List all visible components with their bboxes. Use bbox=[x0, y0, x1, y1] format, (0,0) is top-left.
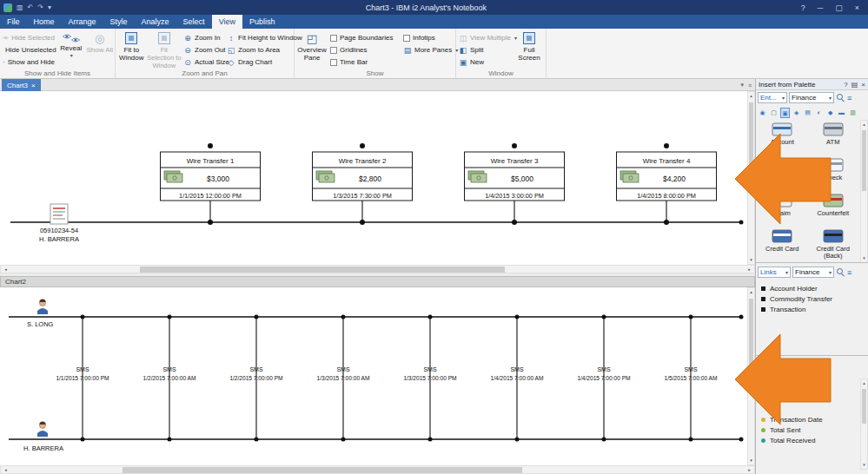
palette-item-credit-card-back[interactable]: Credit Card (Back) bbox=[808, 227, 859, 262]
attributes-list-icon[interactable]: ≡ bbox=[821, 365, 825, 373]
sms-link-6[interactable]: SMS1/4/2015 7:00:00 AM bbox=[491, 315, 544, 442]
link-type-transaction[interactable]: Transaction bbox=[761, 304, 865, 314]
palette-item-claim[interactable]: Claim bbox=[757, 191, 808, 227]
palette-item-atm[interactable]: ATM bbox=[808, 120, 859, 155]
full-screen-button[interactable]: Full Screen bbox=[514, 30, 544, 62]
link-type-commodity-transfer[interactable]: Commodity Transfer bbox=[761, 293, 865, 304]
tab-chart3[interactable]: Chart3 × bbox=[2, 79, 41, 91]
infotips-checkbox[interactable] bbox=[403, 35, 410, 42]
sms-link-7[interactable]: SMS1/4/2015 7:00:00 PM bbox=[577, 315, 630, 442]
palette-search-icon[interactable] bbox=[836, 93, 845, 102]
sms-link-1[interactable]: SMS1/1/2015 7:00:00 PM bbox=[56, 315, 109, 442]
palette-item-cash[interactable]: Cash bbox=[757, 155, 808, 191]
scroll-up-icon[interactable]: ▴ bbox=[748, 92, 754, 100]
palette-view-icon-6[interactable]: ◐ bbox=[814, 108, 824, 118]
page-boundaries-checkbox[interactable] bbox=[330, 35, 337, 42]
drag-chart-button[interactable]: ◇Drag Chart bbox=[227, 56, 291, 68]
scroll-down-icon[interactable]: ▾ bbox=[748, 256, 754, 264]
scroll-thumb[interactable] bbox=[749, 102, 753, 181]
menu-tab-arrange[interactable]: Arrange bbox=[62, 15, 103, 29]
palette-close-icon[interactable]: × bbox=[861, 81, 865, 89]
time-bar-toggle[interactable]: Time Bar bbox=[330, 56, 400, 68]
scroll-down-icon[interactable]: ▾ bbox=[861, 461, 867, 469]
tab-scroll-icon[interactable]: ▾ bbox=[740, 82, 744, 89]
link-type-account-holder[interactable]: Account Holder bbox=[761, 283, 865, 293]
scroll-thumb[interactable] bbox=[140, 267, 505, 273]
palette-view-icon-5[interactable]: ▤ bbox=[803, 108, 812, 118]
split-button[interactable]: ◧Split bbox=[459, 44, 513, 56]
palette-help-icon[interactable]: ? bbox=[844, 81, 847, 89]
redo-icon[interactable]: ↷ bbox=[37, 3, 43, 12]
actual-size-button[interactable]: ⊙Actual Size bbox=[183, 56, 223, 68]
chart3-canvas[interactable]: Wire Transfer 1$3,0001/1/2015 12:00:00 P… bbox=[0, 91, 747, 265]
menu-tab-view[interactable]: View bbox=[212, 15, 242, 29]
scroll-right-icon[interactable]: ▸ bbox=[745, 266, 753, 273]
palette-view-icon-2[interactable]: ▢ bbox=[769, 108, 779, 118]
new-window-button[interactable]: ▣New bbox=[459, 56, 513, 68]
palette-scrollbar[interactable]: ▴ ▾ bbox=[860, 120, 868, 263]
show-and-hide-button[interactable]: Show and Hide bbox=[3, 56, 55, 68]
links-type-dropdown[interactable]: Links▾ bbox=[758, 267, 791, 278]
chart2-horizontal-scrollbar[interactable]: ◂ ▸ bbox=[0, 465, 755, 474]
minimize-icon[interactable]: ─ bbox=[818, 3, 823, 12]
menu-tab-home[interactable]: Home bbox=[27, 15, 62, 29]
palette-item-check[interactable]: Check bbox=[808, 155, 859, 191]
scroll-thumb[interactable] bbox=[123, 467, 522, 473]
menu-tab-select[interactable]: Select bbox=[176, 15, 212, 29]
palette-view-icon-1[interactable]: ◉ bbox=[758, 108, 767, 118]
show-all-button[interactable]: ◎ Show All bbox=[86, 30, 115, 54]
palette-item-counterfeit[interactable]: Counterfeit bbox=[808, 191, 859, 227]
gridlines-checkbox[interactable] bbox=[330, 47, 337, 54]
palette-expand-icon[interactable]: ▥ bbox=[848, 108, 858, 118]
attributes-search-icon[interactable] bbox=[810, 364, 819, 373]
chart3-horizontal-scrollbar[interactable]: ◂ ▸ bbox=[0, 265, 755, 273]
palette-view-icon-4[interactable]: ◈ bbox=[792, 108, 801, 118]
maximize-icon[interactable]: ▢ bbox=[835, 3, 843, 12]
close-icon[interactable]: × bbox=[855, 3, 859, 12]
tab-list-icon[interactable]: ≡ bbox=[748, 82, 752, 89]
event-frame-wire-transfer-3[interactable]: Wire Transfer 3$5,0001/4/2015 3:00:00 PM bbox=[465, 143, 565, 225]
scroll-down-icon[interactable]: ▾ bbox=[748, 457, 754, 464]
attributes-scrollbar[interactable]: ▴ ▾ bbox=[860, 379, 868, 470]
page-boundaries-toggle[interactable]: Page Boundaries bbox=[330, 32, 400, 43]
attributes-type-dropdown[interactable]: ▾ bbox=[758, 363, 808, 374]
menu-tab-analyze[interactable]: Analyze bbox=[135, 15, 176, 29]
chart3-vertical-scrollbar[interactable]: ▴ ▾ bbox=[747, 91, 755, 265]
scroll-down-icon[interactable]: ▾ bbox=[861, 254, 867, 262]
gridlines-toggle[interactable]: Gridlines bbox=[330, 44, 400, 56]
sms-link-2[interactable]: SMS1/2/2015 7:00:00 AM bbox=[143, 315, 196, 442]
scroll-up-icon[interactable]: ▴ bbox=[861, 121, 867, 128]
reveal-button[interactable]: Reveal▾ bbox=[56, 30, 86, 60]
view-multiple-button[interactable]: ◫View Multiple▾ bbox=[459, 32, 513, 43]
sms-link-4[interactable]: SMS1/3/2015 7:00:00 AM bbox=[317, 315, 370, 442]
account-entity[interactable]: 05910234-54H. BARRERA bbox=[39, 204, 79, 243]
sms-link-3[interactable]: SMS1/2/2015 7:00:00 PM bbox=[229, 315, 282, 442]
sms-link-8[interactable]: SMS1/5/2015 7:00:00 AM bbox=[665, 315, 718, 442]
chart2-window-titlebar[interactable]: Chart2 bbox=[0, 276, 755, 287]
scroll-thumb[interactable] bbox=[862, 130, 866, 191]
infotips-toggle[interactable]: Infotips bbox=[403, 32, 452, 43]
menu-tab-file[interactable]: File bbox=[0, 15, 27, 29]
time-bar-checkbox[interactable] bbox=[330, 59, 337, 66]
event-frame-wire-transfer-4[interactable]: Wire Transfer 4$4,2001/4/2015 8:00:00 PM bbox=[617, 143, 717, 225]
palette-select-dropdown[interactable]: Finance▾ bbox=[789, 92, 834, 103]
scroll-right-icon[interactable]: ▸ bbox=[745, 466, 753, 474]
attribute-transaction-date[interactable]: Transaction Date bbox=[761, 414, 865, 425]
fit-to-window-button[interactable]: Fit to Window bbox=[116, 30, 147, 62]
hide-unselected-button[interactable]: Hide Unselected bbox=[3, 44, 55, 56]
tab-close-icon[interactable]: × bbox=[31, 82, 36, 89]
links-search-icon[interactable] bbox=[836, 267, 845, 277]
undo-icon[interactable]: ↶ bbox=[28, 3, 34, 12]
palette-pin-icon[interactable]: ▤ bbox=[851, 81, 858, 89]
palette-list-icon[interactable]: ≡ bbox=[847, 94, 851, 102]
zoom-in-button[interactable]: ⊕Zoom In bbox=[183, 32, 223, 43]
links-list-icon[interactable]: ≡ bbox=[847, 268, 851, 277]
scroll-thumb[interactable] bbox=[862, 389, 866, 424]
palette-view-icon-3[interactable]: ▣ bbox=[780, 108, 790, 118]
event-frame-wire-transfer-1[interactable]: Wire Transfer 1$3,0001/1/2015 12:00:00 P… bbox=[161, 143, 261, 225]
scroll-thumb[interactable] bbox=[749, 299, 753, 381]
zoom-to-area-button[interactable]: ◱Zoom to Area bbox=[227, 44, 291, 56]
help-icon[interactable]: ? bbox=[801, 3, 805, 12]
palette-view-icon-7[interactable]: ◆ bbox=[825, 108, 835, 118]
attribute-total-received[interactable]: Total Received bbox=[761, 435, 865, 445]
